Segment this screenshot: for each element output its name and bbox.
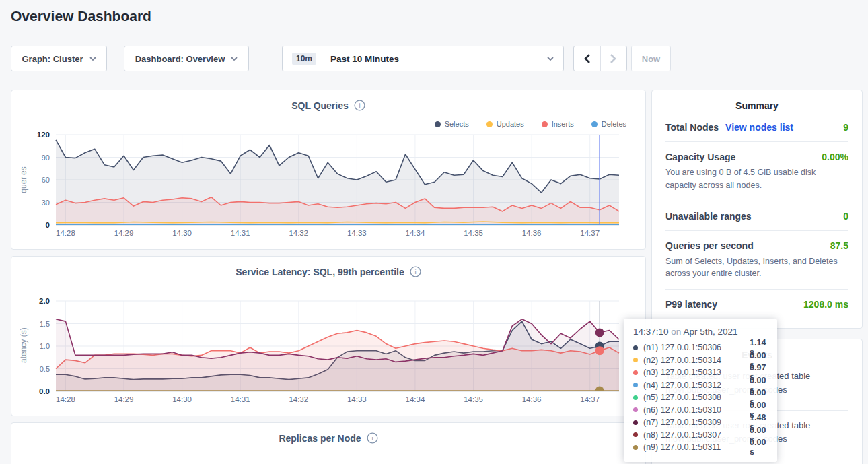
summary-row-link[interactable]: View nodes list bbox=[725, 122, 793, 133]
summary-row: Capacity Usage 0.00% You are using 0 B o… bbox=[665, 142, 848, 201]
tooltip-row: (n6) 127.0.0.1:50310 0.00 s bbox=[633, 404, 768, 417]
svg-text:0: 0 bbox=[46, 221, 50, 229]
node-address: (n1) 127.0.0.1:50306 bbox=[643, 343, 744, 352]
time-step-buttons bbox=[573, 46, 627, 71]
now-button-label: Now bbox=[642, 54, 660, 64]
dashboard-dropdown[interactable]: Dashboard: Overview bbox=[124, 46, 249, 71]
svg-text:30: 30 bbox=[42, 199, 50, 207]
toolbar: Graph: Cluster Dashboard: Overview 10m P… bbox=[0, 46, 868, 71]
time-range-selector[interactable]: 10m Past 10 Minutes bbox=[282, 46, 564, 71]
replicas-per-node-panel: Replicas per Node i bbox=[11, 422, 646, 464]
svg-text:14:35: 14:35 bbox=[464, 395, 483, 403]
summary-row-label: Total Nodes bbox=[665, 122, 719, 133]
legend-dot bbox=[486, 121, 493, 127]
info-icon[interactable]: i bbox=[367, 432, 378, 444]
summary-row: Queries per second 87.5 Sum of Selects, … bbox=[665, 231, 848, 290]
tooltip-row: (n4) 127.0.0.1:50312 0.00 s bbox=[633, 379, 768, 392]
svg-text:1.0: 1.0 bbox=[40, 342, 50, 350]
legend-item[interactable]: Updates bbox=[486, 120, 524, 128]
svg-text:14:31: 14:31 bbox=[231, 395, 250, 403]
dashboard-dropdown-label: Dashboard: Overview bbox=[135, 54, 225, 64]
chevron-down-icon bbox=[89, 57, 96, 61]
node-color-dot bbox=[633, 395, 638, 400]
legend-item[interactable]: Deletes bbox=[591, 120, 626, 128]
sql-queries-chart[interactable]: 120906030014:2814:2914:3014:3114:3214:33… bbox=[11, 128, 647, 242]
tooltip-row: (n5) 127.0.0.1:50308 0.00 s bbox=[633, 391, 768, 404]
summary-row-value: 9 bbox=[843, 122, 848, 133]
legend-label: Deletes bbox=[602, 120, 626, 128]
summary-row-label: Capacity Usage bbox=[665, 152, 735, 162]
svg-text:14:28: 14:28 bbox=[56, 229, 75, 237]
summary-row-description: You are using 0 B of 4.5 GiB usable disk… bbox=[665, 166, 848, 192]
svg-text:14:36: 14:36 bbox=[522, 229, 542, 237]
sql-queries-legend: Selects Updates Inserts Deletes bbox=[435, 120, 626, 128]
svg-text:14:30: 14:30 bbox=[172, 229, 192, 237]
overview-dashboard-page: Overview Dashboard Graph: Cluster Dashbo… bbox=[0, 0, 868, 464]
svg-text:90: 90 bbox=[42, 154, 50, 162]
summary-row-label: Queries per second bbox=[665, 240, 754, 251]
svg-text:120: 120 bbox=[37, 131, 50, 139]
legend-item[interactable]: Selects bbox=[435, 120, 469, 128]
graph-dropdown[interactable]: Graph: Cluster bbox=[11, 46, 107, 71]
svg-text:14:34: 14:34 bbox=[406, 229, 425, 237]
tooltip-rows: (n1) 127.0.0.1:50306 1.14 s (n2) 127.0.0… bbox=[633, 341, 768, 454]
svg-text:0.5: 0.5 bbox=[40, 365, 50, 373]
legend-label: Selects bbox=[445, 120, 469, 128]
tooltip-on-word: on bbox=[671, 327, 681, 337]
chevron-left-icon bbox=[584, 54, 590, 63]
service-latency-header: Service Latency: SQL, 99th percentile i bbox=[11, 257, 645, 277]
svg-text:2.0: 2.0 bbox=[39, 297, 50, 305]
legend-label: Updates bbox=[497, 120, 524, 128]
legend-label: Inserts bbox=[552, 120, 574, 128]
node-color-dot bbox=[633, 358, 638, 362]
svg-text:1.5: 1.5 bbox=[40, 320, 50, 328]
summary-row-label: Unavailable ranges bbox=[665, 211, 752, 222]
svg-text:14:32: 14:32 bbox=[289, 229, 308, 237]
summary-rows: Total Nodes View nodes list 9 Capacity U… bbox=[665, 112, 848, 319]
time-step-back-button[interactable] bbox=[574, 46, 601, 71]
legend-item[interactable]: Inserts bbox=[542, 120, 574, 128]
sql-queries-title: SQL Queries bbox=[291, 100, 349, 111]
info-icon[interactable]: i bbox=[354, 100, 365, 111]
sql-queries-header: SQL Queries i bbox=[11, 90, 645, 111]
service-latency-chart[interactable]: 2.01.51.00.50.014:2814:2914:3014:3114:32… bbox=[11, 294, 647, 409]
svg-text:14:31: 14:31 bbox=[231, 229, 250, 237]
time-step-forward-button[interactable] bbox=[601, 46, 627, 71]
svg-text:14:37: 14:37 bbox=[580, 229, 600, 237]
tooltip-date: Apr 5th, 2021 bbox=[683, 327, 737, 337]
summary-row-value: 0.00% bbox=[822, 152, 848, 162]
legend-dot bbox=[542, 121, 548, 127]
summary-row-value: 1208.0 ms bbox=[803, 299, 848, 310]
svg-text:14:32: 14:32 bbox=[289, 395, 308, 403]
svg-text:14:29: 14:29 bbox=[114, 229, 134, 237]
tooltip-row: (n9) 127.0.0.1:50311 0.00 s bbox=[633, 441, 768, 454]
svg-text:latency (s): latency (s) bbox=[19, 327, 28, 364]
tooltip-row: (n3) 127.0.0.1:50313 0.97 s bbox=[633, 366, 768, 379]
node-address: (n2) 127.0.0.1:50314 bbox=[643, 356, 744, 365]
node-color-dot bbox=[633, 345, 638, 350]
time-range-label: Past 10 Minutes bbox=[330, 54, 399, 64]
svg-text:14:33: 14:33 bbox=[347, 229, 367, 237]
tooltip-row: (n7) 127.0.0.1:50309 1.48 s bbox=[633, 416, 768, 429]
service-latency-title: Service Latency: SQL, 99th percentile bbox=[236, 267, 404, 277]
graph-dropdown-label: Graph: Cluster bbox=[22, 54, 83, 64]
chart-hover-tooltip: 14:37:10 on Apr 5th, 2021 (n1) 127.0.0.1… bbox=[624, 319, 777, 462]
node-latency-value: 0.00 s bbox=[750, 438, 768, 457]
service-latency-panel: Service Latency: SQL, 99th percentile i … bbox=[11, 256, 646, 416]
svg-text:14:28: 14:28 bbox=[56, 395, 75, 403]
node-color-dot bbox=[633, 407, 638, 412]
node-color-dot bbox=[633, 383, 638, 387]
tooltip-row: (n2) 127.0.0.1:50314 0.00 s bbox=[633, 354, 768, 367]
info-icon[interactable]: i bbox=[410, 266, 421, 277]
chevron-down-icon bbox=[547, 57, 554, 61]
time-range-badge: 10m bbox=[292, 53, 316, 65]
svg-text:14:35: 14:35 bbox=[464, 229, 483, 237]
svg-text:14:36: 14:36 bbox=[522, 395, 542, 403]
legend-dot bbox=[435, 121, 441, 127]
node-color-dot bbox=[633, 432, 638, 437]
summary-row: Unavailable ranges 0 bbox=[665, 201, 848, 231]
node-color-dot bbox=[633, 445, 638, 450]
summary-row-value: 0 bbox=[843, 211, 848, 222]
now-button[interactable]: Now bbox=[631, 46, 671, 71]
svg-text:14:29: 14:29 bbox=[114, 395, 134, 403]
